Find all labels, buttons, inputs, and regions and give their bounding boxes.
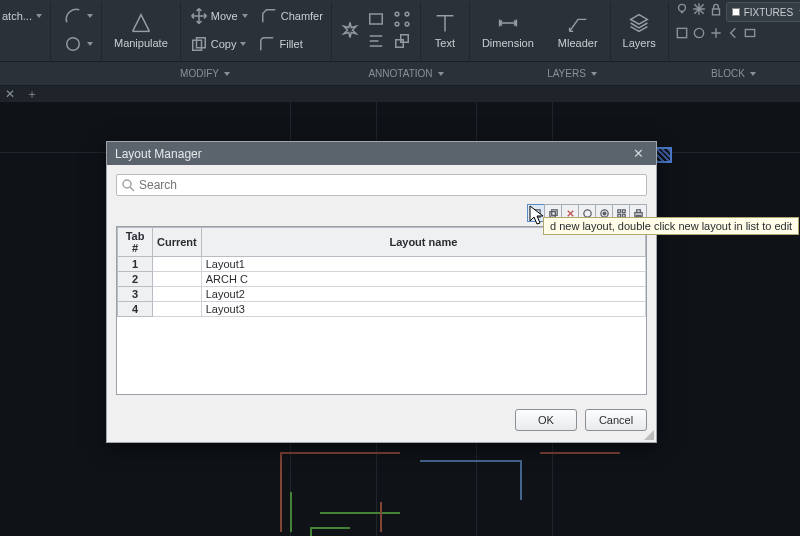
panel-layers[interactable]: LAYERS — [547, 68, 597, 79]
dialog-titlebar[interactable]: Layout Manager ✕ — [107, 142, 656, 165]
layers-button[interactable]: Layers — [617, 2, 662, 58]
layer-tool-icon[interactable] — [743, 26, 757, 40]
svg-rect-14 — [745, 30, 754, 37]
arc-icon — [63, 6, 83, 26]
mleader-button[interactable]: Mleader — [552, 2, 604, 58]
svg-rect-24 — [622, 209, 625, 212]
layer-iso-icon[interactable] — [692, 26, 706, 40]
fillet-button[interactable]: Fillet — [255, 33, 304, 55]
cancel-button[interactable]: Cancel — [585, 409, 647, 431]
svg-point-0 — [67, 38, 80, 51]
explode-button[interactable] — [338, 19, 362, 41]
edit-tool-2[interactable] — [364, 30, 388, 52]
svg-rect-23 — [617, 209, 620, 212]
ok-button[interactable]: OK — [515, 409, 577, 431]
search-field[interactable] — [116, 174, 647, 196]
svg-rect-9 — [401, 35, 409, 43]
hatch-label: atch... — [2, 10, 32, 22]
layout-manager-dialog: Layout Manager ✕ Tab # Current Lay — [106, 141, 657, 443]
add-tab-icon[interactable]: ＋ — [24, 87, 40, 101]
copy-label: Copy — [211, 38, 237, 50]
layers-icon — [627, 11, 651, 35]
chamfer-icon — [259, 6, 279, 26]
svg-point-20 — [583, 209, 590, 216]
dimension-icon — [496, 11, 520, 35]
text-label: Text — [435, 37, 455, 49]
copy-button[interactable]: Copy — [187, 33, 249, 55]
svg-point-16 — [123, 180, 131, 188]
close-tab-icon[interactable]: ✕ — [2, 87, 18, 101]
edit-tool-1[interactable] — [364, 8, 388, 30]
lock-icon[interactable] — [709, 2, 723, 16]
chevron-down-icon — [750, 72, 756, 76]
close-icon[interactable]: ✕ — [628, 144, 648, 164]
table-row[interactable]: 1 Layout1 — [118, 257, 646, 272]
svg-point-6 — [395, 22, 399, 26]
dialog-title: Layout Manager — [115, 147, 202, 161]
fillet-icon — [257, 34, 277, 54]
edit-tool-4[interactable] — [390, 30, 414, 52]
copy-icon — [189, 34, 209, 54]
chevron-down-icon — [242, 14, 248, 18]
chamfer-label: Chamfer — [281, 10, 323, 22]
search-input[interactable] — [139, 178, 642, 192]
layer-color-swatch — [732, 8, 740, 16]
explode-icon — [340, 20, 360, 40]
circle-tool[interactable] — [61, 33, 95, 55]
move-icon — [189, 6, 209, 26]
chevron-down-icon — [224, 72, 230, 76]
dimension-button[interactable]: Dimension — [476, 2, 540, 58]
chevron-down-icon — [87, 14, 93, 18]
search-icon — [121, 178, 135, 192]
svg-point-22 — [603, 212, 606, 215]
svg-point-4 — [395, 12, 399, 16]
panel-block[interactable]: BLOCK — [711, 68, 756, 79]
chevron-down-icon — [87, 42, 93, 46]
manipulate-label: Manipulate — [114, 37, 168, 49]
ribbon: atch... Manipulate — [0, 0, 800, 62]
col-current[interactable]: Current — [153, 228, 202, 257]
chevron-down-icon — [591, 72, 597, 76]
hatch-tool[interactable]: atch... — [0, 9, 44, 23]
svg-point-10 — [678, 4, 685, 11]
svg-rect-19 — [551, 209, 557, 215]
tab-bar: ✕ ＋ — [0, 86, 800, 102]
panel-modify[interactable]: MODIFY — [180, 68, 230, 79]
col-tab[interactable]: Tab # — [118, 228, 153, 257]
dialog-footer: OK Cancel — [107, 400, 656, 442]
chamfer-button[interactable]: Chamfer — [257, 5, 325, 27]
svg-rect-11 — [712, 9, 719, 15]
panel-labels: MODIFY ANNOTATION LAYERS BLOCK — [0, 62, 800, 86]
layer-picker[interactable]: FIXTURES — [726, 2, 800, 22]
layer-match-icon[interactable] — [709, 26, 723, 40]
manipulate-button[interactable]: Manipulate — [108, 2, 174, 58]
scale-icon — [392, 31, 412, 51]
table-row[interactable]: 2 ARCH C — [118, 272, 646, 287]
table-row[interactable]: 3 Layout2 — [118, 287, 646, 302]
text-icon — [433, 11, 457, 35]
layouts-table: Tab # Current Layout name 1 Layout1 2 AR — [116, 226, 647, 395]
svg-point-5 — [405, 12, 409, 16]
panel-annotation[interactable]: ANNOTATION — [368, 68, 443, 79]
chevron-down-icon — [36, 14, 42, 18]
fillet-label: Fillet — [279, 38, 302, 50]
freeze-icon[interactable] — [692, 2, 706, 16]
tooltip: d new layout, double click new layout in… — [543, 217, 799, 235]
mleader-icon — [566, 11, 590, 35]
bulb-icon[interactable] — [675, 2, 689, 16]
align-icon — [366, 31, 386, 51]
edit-tool-3[interactable] — [390, 8, 414, 30]
text-button[interactable]: Text — [427, 2, 463, 58]
layer-prev-icon[interactable] — [726, 26, 740, 40]
table-row[interactable]: 4 Layout3 — [118, 302, 646, 317]
resize-grip[interactable] — [642, 428, 654, 440]
move-button[interactable]: Move — [187, 5, 250, 27]
move-label: Move — [211, 10, 238, 22]
svg-rect-28 — [636, 209, 640, 212]
svg-rect-3 — [370, 14, 383, 24]
layer-state-icon[interactable] — [675, 26, 689, 40]
svg-rect-12 — [677, 28, 686, 37]
arc-tool[interactable] — [61, 5, 95, 27]
chevron-down-icon — [438, 72, 444, 76]
rect-icon — [366, 9, 386, 29]
